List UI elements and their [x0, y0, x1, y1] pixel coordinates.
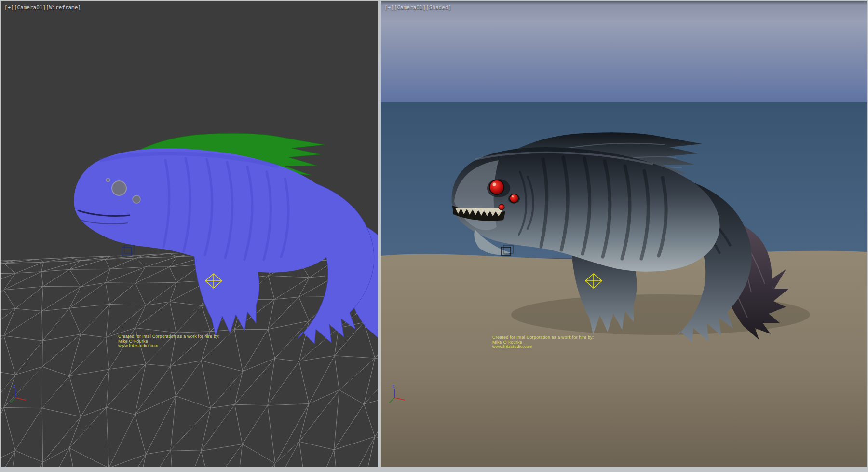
fish-eye-red-small	[499, 204, 504, 210]
fish-eye-red-mid	[510, 194, 518, 203]
watermark-line3: www.fritzstudio.com	[492, 345, 594, 349]
watermark: Created for Intel Corporation as a work …	[118, 334, 220, 348]
viewport-label: [+][Camera01][Shaded]	[384, 4, 451, 11]
viewport-menu-shading[interactable]: [Wireframe]	[46, 4, 81, 11]
sky-background	[381, 1, 867, 103]
fish-model-wireframe[interactable]	[74, 133, 378, 344]
shaded-scene: z	[381, 1, 867, 467]
viewport-menu-pov[interactable]: [Camera01]	[394, 4, 426, 11]
viewport-menu-general[interactable]: [+]	[384, 4, 394, 11]
axis-z-label: z	[392, 384, 394, 389]
watermark: Created for Intel Corporation as a work …	[492, 335, 594, 349]
viewport-menu-general[interactable]: [+]	[4, 4, 14, 11]
viewport-wireframe[interactable]: z [+][Camera01][Wireframe] Created for I…	[1, 1, 378, 467]
viewport-menu-shading[interactable]: [Shaded]	[426, 4, 451, 11]
fish-eye-red	[489, 180, 504, 194]
viewport-label: [+][Camera01][Wireframe]	[4, 4, 81, 11]
application-window: z [+][Camera01][Wireframe] Created for I…	[0, 0, 868, 472]
eye-highlight-small	[512, 195, 514, 197]
axis-z-label: z	[13, 384, 15, 389]
watermark-line3: www.fritzstudio.com	[118, 344, 220, 348]
viewport-shaded[interactable]: z [+][Camera01][Shaded] Created for Inte…	[381, 1, 867, 467]
box-helper-gizmo[interactable]	[122, 245, 134, 255]
fish-eye-dot	[106, 178, 110, 182]
terrain-wireframe-mesh[interactable]	[1, 244, 378, 467]
wireframe-scene: z	[1, 1, 378, 467]
eye-highlight	[493, 183, 496, 186]
viewport-menu-pov[interactable]: [Camera01]	[14, 4, 46, 11]
fish-eye-small	[133, 195, 140, 203]
axis-x-line	[15, 398, 26, 400]
fish-eye	[112, 181, 126, 195]
